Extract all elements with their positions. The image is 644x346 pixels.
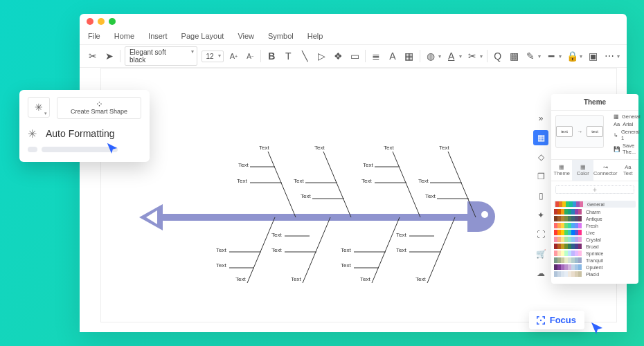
swatch-row-crystal[interactable]: Crystal xyxy=(554,237,636,242)
bucket-icon[interactable]: ◍ xyxy=(424,50,437,62)
align-icon[interactable]: ≣ xyxy=(370,50,382,62)
svg-line-9 xyxy=(448,152,476,217)
smart-shape-popup: ✳ ⁘ Create Smart Shape ✳ Auto Formatting xyxy=(19,90,150,162)
swatch-row-tranquil[interactable]: Tranquil xyxy=(554,257,636,263)
menu-insert[interactable]: Insert xyxy=(148,32,168,40)
grid-icon[interactable]: ▩ xyxy=(508,50,521,62)
svg-line-15 xyxy=(303,217,330,283)
svg-line-18 xyxy=(372,217,400,283)
pen-icon[interactable]: ✎ xyxy=(525,50,537,62)
fishbone-diagram xyxy=(139,124,513,311)
side-fx-icon[interactable]: ✦ xyxy=(533,208,548,223)
menu-help[interactable]: Help xyxy=(307,32,323,40)
theme-preview: text → text xyxy=(555,115,604,148)
tab-connector[interactable]: ↝Connector xyxy=(593,160,618,181)
swatch-row-live[interactable]: Live xyxy=(554,230,636,235)
svg-line-0 xyxy=(268,152,296,217)
symbol-a-icon[interactable]: A xyxy=(386,50,399,62)
stroke-icon[interactable]: ━ xyxy=(545,50,557,62)
swatch-list: GeneralCharmAntiqueFreshLiveCrystalBroad… xyxy=(551,198,638,284)
menu-home[interactable]: Home xyxy=(114,32,134,40)
cursor-icon xyxy=(590,321,604,338)
svg-line-12 xyxy=(247,217,275,283)
panel-tabs: ▦Theme ▦Color ↝Connector AaText xyxy=(551,159,638,181)
menu-page-layout[interactable]: Page Layout xyxy=(181,32,224,40)
lock-icon[interactable]: 🔒 xyxy=(566,50,578,62)
tab-color[interactable]: ▦Color xyxy=(572,160,593,181)
svg-line-3 xyxy=(323,152,351,217)
theme-panel: Theme text → text ▦General AaArial ↳Gene… xyxy=(551,94,638,284)
sparkle-dropdown-button[interactable]: ✳ xyxy=(28,97,50,118)
group-icon[interactable]: ▣ xyxy=(587,50,599,62)
text-icon[interactable]: T xyxy=(282,50,294,62)
swatch-row-general[interactable]: General xyxy=(554,201,636,208)
add-swatch-button[interactable]: + xyxy=(555,185,634,194)
sparkle-icon: ✳ xyxy=(28,127,40,140)
swatch-row-sprinkle[interactable]: Sprinkle xyxy=(554,251,636,256)
toolbar: ✂ ➤ Elegant soft black 12 A+ A− B T ╲ ▷ … xyxy=(80,44,627,68)
meta-arial: AaArial xyxy=(609,121,640,129)
line-icon[interactable]: ╲ xyxy=(298,50,311,62)
side-layers-icon[interactable]: ❐ xyxy=(533,169,548,184)
crop-icon[interactable]: ✂ xyxy=(466,50,478,62)
side-cloud-icon[interactable]: ☁ xyxy=(533,266,548,281)
svg-line-21 xyxy=(427,217,455,283)
auto-formatting-item[interactable]: ✳ Auto Formatting xyxy=(28,127,141,140)
swatch-row-placid[interactable]: Placid xyxy=(554,271,636,277)
side-doc-icon[interactable]: ▯ xyxy=(533,188,548,203)
table-icon[interactable]: ▦ xyxy=(403,50,415,62)
swatch-row-broad[interactable]: Broad xyxy=(554,244,636,249)
meta-general: ▦General xyxy=(609,113,640,121)
side-expand-icon[interactable]: » xyxy=(533,111,548,126)
side-shapes-icon[interactable]: ◇ xyxy=(533,149,548,165)
swatch-row-opulent[interactable]: Opulent xyxy=(554,264,636,270)
font-decrease-icon[interactable]: A− xyxy=(244,50,256,62)
arrow-icon[interactable]: ▷ xyxy=(315,50,328,62)
panel-title: Theme xyxy=(551,94,638,111)
maximize-dot[interactable] xyxy=(109,18,116,25)
focus-icon xyxy=(536,316,546,325)
pointer-icon[interactable]: ➤ xyxy=(103,50,116,62)
minimize-dot[interactable] xyxy=(98,18,105,25)
layers-icon[interactable]: ❖ xyxy=(332,50,344,62)
image-icon[interactable]: ▭ xyxy=(348,50,361,62)
cluster-icon: ⁘ xyxy=(60,100,138,108)
side-fullscreen-icon[interactable]: ⛶ xyxy=(533,227,548,242)
close-dot[interactable] xyxy=(87,18,93,25)
cursor-icon xyxy=(106,142,118,157)
a-color-icon[interactable]: A xyxy=(445,50,458,62)
svg-point-24 xyxy=(540,319,542,320)
more-icon[interactable]: ⋯ xyxy=(603,50,616,62)
side-grid-icon[interactable]: ▦ xyxy=(533,130,548,145)
font-size-select[interactable]: 12 xyxy=(202,51,224,62)
meta-general1: ↳General 1 xyxy=(609,129,640,143)
menubar: File Home Insert Page Layout View Symbol… xyxy=(80,29,627,44)
meta-save[interactable]: 💾Save The... xyxy=(609,143,640,156)
menu-file[interactable]: File xyxy=(88,32,100,40)
font-increase-icon[interactable]: A+ xyxy=(228,50,240,62)
font-family-select[interactable]: Elegant soft black xyxy=(125,46,197,66)
swatch-row-charm[interactable]: Charm xyxy=(554,209,636,215)
bold-icon[interactable]: B xyxy=(265,50,278,62)
titlebar xyxy=(80,14,627,29)
swatch-row-antique[interactable]: Antique xyxy=(554,216,636,221)
menu-view[interactable]: View xyxy=(238,32,254,40)
swatch-row-fresh[interactable]: Fresh xyxy=(554,223,636,228)
side-cart-icon[interactable]: 🛒 xyxy=(533,246,548,262)
focus-button[interactable]: Focus xyxy=(529,311,584,329)
tab-text[interactable]: AaText xyxy=(618,160,638,181)
side-mini-toolbar: » ▦ ◇ ❐ ▯ ✦ ⛶ 🛒 ☁ xyxy=(533,111,548,281)
menu-symbol[interactable]: Symbol xyxy=(268,32,294,40)
tab-theme[interactable]: ▦Theme xyxy=(551,160,572,181)
svg-line-6 xyxy=(393,152,420,217)
search-icon[interactable]: Q xyxy=(492,50,504,62)
cut-icon[interactable]: ✂ xyxy=(87,50,99,62)
create-smart-shape-button[interactable]: ⁘ Create Smart Shape xyxy=(57,97,141,119)
